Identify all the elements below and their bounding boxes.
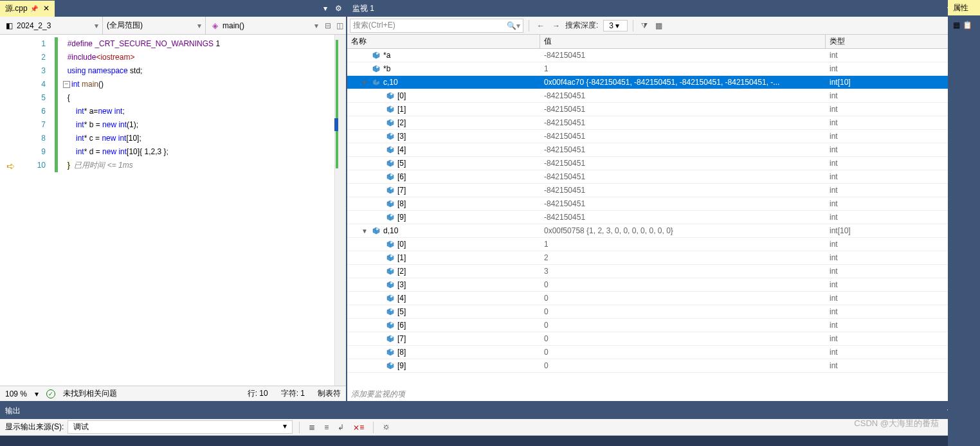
var-name: [1]: [397, 253, 406, 262]
nav-project-label: 2024_2_3: [17, 21, 51, 30]
var-name: *b: [383, 64, 390, 73]
col-name-header[interactable]: 名称: [347, 35, 540, 48]
nav-back-icon[interactable]: ←: [534, 21, 547, 30]
gear-icon[interactable]: ⚙: [331, 4, 346, 13]
watch-row[interactable]: [8]-842150451int: [347, 197, 980, 211]
clear-icon[interactable]: ≣: [306, 423, 318, 432]
nav-project[interactable]: ◧ 2024_2_3 ▾: [0, 17, 103, 34]
var-value: 0: [540, 361, 826, 370]
watch-row[interactable]: ▼c,100x00f4ac70 {-842150451, -842150451,…: [347, 76, 980, 89]
output-panel: 输出 ▾ 📍 ✕ 显示输出来源(S): 调试▾ ≣ ≡ ↲ ⨯≡ ⛭: [0, 401, 980, 436]
var-value: 0x00f50758 {1, 2, 3, 0, 0, 0, 0, 0, 0, 0…: [540, 226, 826, 235]
filter-icon[interactable]: ⧩: [639, 21, 650, 30]
watch-row[interactable]: [2]3int: [347, 265, 980, 278]
var-value: 0: [540, 348, 826, 357]
variable-icon: [386, 267, 395, 276]
project-icon: ◧: [4, 21, 14, 31]
watch-row[interactable]: [0]-842150451int: [347, 89, 980, 103]
watch-row[interactable]: [3]-842150451int: [347, 130, 980, 143]
watch-row[interactable]: [7]-842150451int: [347, 184, 980, 197]
variable-icon: [386, 145, 395, 154]
variable-icon: [372, 51, 381, 60]
close-icon[interactable]: ✕: [43, 4, 50, 13]
watch-row[interactable]: [6]0int: [347, 319, 980, 332]
watch-row[interactable]: [1]-842150451int: [347, 103, 980, 116]
variable-icon: [372, 226, 381, 235]
var-value: -842150451: [540, 132, 826, 141]
watch-row[interactable]: [9]0int: [347, 359, 980, 373]
chevron-down-icon: ▾: [314, 21, 318, 30]
search-icon[interactable]: 🔍: [507, 21, 516, 30]
var-value: 1: [540, 240, 826, 249]
status-tab: 制表符: [318, 388, 341, 399]
watch-row[interactable]: [5]0int: [347, 305, 980, 319]
tab-dropdown-icon[interactable]: ▾: [320, 4, 331, 13]
variable-icon: [386, 159, 395, 168]
watch-row[interactable]: [8]0int: [347, 346, 980, 359]
watch-grid: 名称 值 类型 *a-842150451int*b1int▼c,100x00f4…: [347, 35, 980, 401]
var-value: -842150451: [540, 105, 826, 114]
variable-icon: [386, 294, 395, 303]
zoom-level[interactable]: 109 %: [5, 389, 27, 398]
watch-row[interactable]: [4]-842150451int: [347, 143, 980, 157]
watch-row[interactable]: [2]-842150451int: [347, 116, 980, 130]
nav-function[interactable]: ◈ main() ▾: [206, 17, 322, 34]
settings-icon[interactable]: ⛭: [380, 423, 393, 432]
editor-tab[interactable]: 源.cpp 📌 ✕: [0, 1, 55, 17]
function-icon: ◈: [210, 21, 220, 31]
watch-row[interactable]: [9]-842150451int: [347, 211, 980, 224]
search-input[interactable]: 搜索(Ctrl+E) 🔍 ▾: [350, 19, 523, 33]
watch-row[interactable]: [0]1int: [347, 238, 980, 251]
wrap-icon[interactable]: ↲: [335, 423, 347, 432]
watch-row[interactable]: *a-842150451int: [347, 49, 980, 62]
toggle-icon[interactable]: ≡: [322, 423, 331, 432]
search-placeholder: 搜索(Ctrl+E): [353, 20, 507, 31]
clear-all-icon[interactable]: ⨯≡: [350, 423, 367, 432]
depth-select[interactable]: 3 ▾: [603, 20, 628, 31]
output-source-select[interactable]: 调试▾: [68, 420, 293, 434]
nav-scope[interactable]: (全局范围) ▾: [103, 17, 206, 34]
var-name: [0]: [397, 240, 406, 249]
sort-icon[interactable]: 📋: [963, 21, 972, 30]
watch-row[interactable]: [6]-842150451int: [347, 170, 980, 184]
watch-body[interactable]: *a-842150451int*b1int▼c,100x00f4ac70 {-8…: [347, 49, 980, 388]
var-name: [4]: [397, 294, 406, 303]
properties-tab[interactable]: 属性: [948, 0, 980, 15]
var-name: d,10: [383, 226, 398, 235]
expand-icon[interactable]: ▼: [360, 79, 369, 86]
split-horizontal-icon[interactable]: ⊟: [322, 21, 334, 30]
pin-icon[interactable]: 📌: [30, 5, 38, 12]
var-name: [3]: [397, 132, 406, 141]
var-name: [9]: [397, 361, 406, 370]
watch-row[interactable]: [5]-842150451int: [347, 157, 980, 170]
editor-tab-bar: 源.cpp 📌 ✕ ▾ ⚙: [0, 0, 346, 17]
execution-pointer-icon: ➪: [6, 160, 15, 172]
issues-status[interactable]: 未找到相关问题: [63, 388, 117, 399]
variable-icon: [386, 118, 395, 127]
watch-row[interactable]: ▼d,100x00f50758 {1, 2, 3, 0, 0, 0, 0, 0,…: [347, 224, 980, 238]
var-name: [4]: [397, 145, 406, 154]
editor-scrollbar[interactable]: [334, 35, 346, 386]
nav-forward-icon[interactable]: →: [550, 21, 563, 30]
watch-row[interactable]: [7]0int: [347, 332, 980, 346]
output-title: 输出: [5, 406, 21, 416]
add-watch-item[interactable]: 添加要监视的项: [347, 388, 980, 401]
watch-row[interactable]: *b1int: [347, 62, 980, 76]
col-value-header[interactable]: 值: [540, 35, 826, 48]
watch-row[interactable]: [3]0int: [347, 278, 980, 292]
expand-icon[interactable]: ▼: [360, 227, 369, 235]
columns-icon[interactable]: ▦: [653, 21, 665, 30]
code-editor[interactable]: ➪ 12345678910 #define _CRT_SECURE_NO_WAR…: [0, 35, 346, 386]
watch-row[interactable]: [1]2int: [347, 251, 980, 265]
var-name: [2]: [397, 118, 406, 127]
category-icon[interactable]: ▦: [953, 21, 960, 30]
code-content[interactable]: #define _CRT_SECURE_NO_WARNINGS 1 #inclu…: [55, 35, 334, 386]
var-value: 2: [540, 253, 826, 262]
var-value: 0: [540, 334, 826, 343]
split-vertical-icon[interactable]: ◫: [334, 21, 346, 30]
watch-row[interactable]: [4]0int: [347, 292, 980, 305]
status-line: 行: 10: [248, 388, 268, 399]
var-value: 0: [540, 294, 826, 303]
editor-panel: 源.cpp 📌 ✕ ▾ ⚙ ◧ 2024_2_3 ▾ (全局范围) ▾ ◈ ma…: [0, 0, 346, 401]
var-value: 1: [540, 64, 826, 73]
